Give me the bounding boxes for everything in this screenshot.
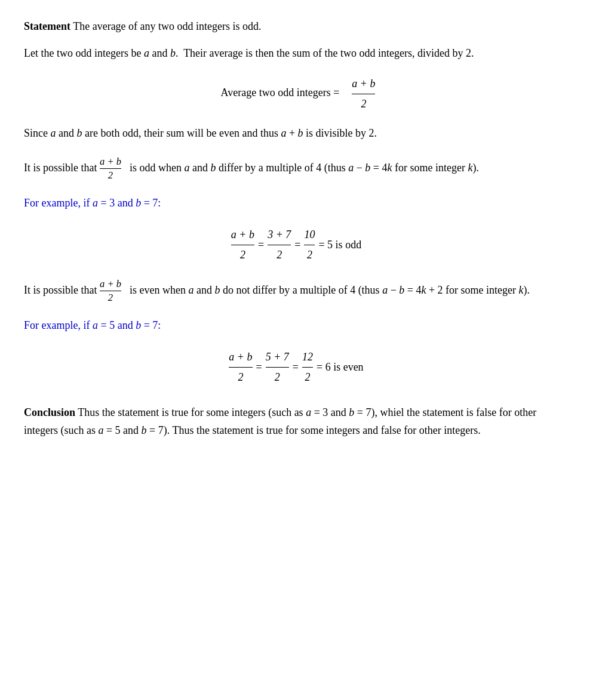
statement-text: The average of any two odd integers is o… [73,20,261,32]
paragraph-1: Let the two odd integers be a and b. The… [24,45,572,63]
eq1-mid2: 10 2 [304,226,315,264]
eq1-equals-2: = [294,236,300,254]
eq2-mid2: 12 2 [302,349,313,386]
equation-2: a + b 2 = 5 + 7 2 = 12 2 = 6 is even [24,349,572,386]
formula-fraction: a + b 2 [352,75,375,113]
statement-label: Statement [24,20,70,32]
eq1-equals-1: = [258,236,264,254]
eq2-equals-1: = [256,359,262,376]
formula-denominator: 2 [352,94,375,113]
eq2-equals-2: = [293,359,299,376]
conclusion-label: Conclusion [24,406,75,418]
average-formula: Average two odd integers = a + b 2 [24,75,572,113]
eq1-lhs: a + b 2 [231,226,254,264]
statement-block: Statement The average of any two odd int… [24,18,572,35]
example2-label: For example, if a = 5 and b = 7: [24,317,572,335]
conclusion-block: Conclusion Thus the statement is true fo… [24,404,572,439]
inline-frac-2: a + b 2 [100,278,121,304]
inline-frac-1: a + b 2 [100,156,121,181]
paragraph-4: It is possible that a + b 2 is even when… [24,278,572,304]
page-content: Statement The average of any two odd int… [24,18,572,439]
eq1-mid1: 3 + 7 2 [268,226,291,264]
paragraph-3: It is possible that a + b 2 is odd when … [24,156,572,181]
formula-label: Average two odd integers = [221,87,340,99]
eq2-mid1: 5 + 7 2 [266,349,289,386]
example1-label: For example, if a = 3 and b = 7: [24,195,572,212]
formula-numerator: a + b [352,75,375,94]
para1-text: Let the two odd integers be a and b. The… [24,47,474,59]
eq2-lhs: a + b 2 [229,349,252,386]
paragraph-2: Since a and b are both odd, their sum wi… [24,125,572,143]
eq1-equals-3: = 5 is odd [318,236,361,254]
equation-1: a + b 2 = 3 + 7 2 = 10 2 = 5 is odd [24,226,572,264]
conclusion-text: Thus the statement is true for some inte… [24,406,536,436]
eq2-equals-3: = 6 is even [317,359,364,376]
